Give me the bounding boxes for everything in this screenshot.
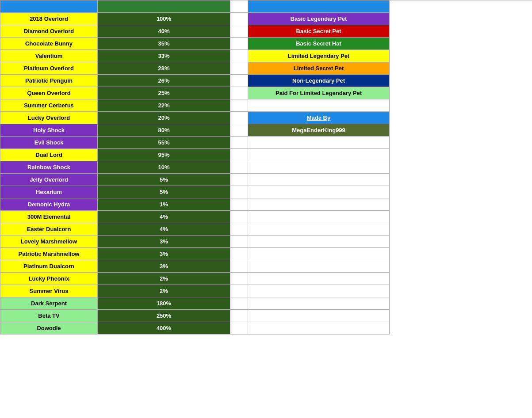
key-item-7 (248, 99, 390, 112)
pet-value-1: 40% (98, 25, 230, 38)
pet-name-23: Dark Serpent (0, 297, 98, 310)
spacer-10 (230, 137, 248, 149)
spacer-22 (230, 285, 248, 297)
key-item-21 (248, 273, 390, 285)
key-item-15 (248, 198, 390, 211)
pet-value-10: 55% (98, 137, 230, 149)
spacer-5 (230, 75, 248, 87)
pet-name-1: Diamond Overlord (0, 25, 98, 38)
pet-name-10: Evil Shock (0, 137, 98, 149)
pet-value-0: 100% (98, 13, 230, 25)
pet-value-4: 28% (98, 62, 230, 75)
pet-value-21: 2% (98, 273, 230, 285)
spacer-19 (230, 248, 248, 260)
pet-value-13: 5% (98, 174, 230, 186)
pet-name-2: Chocolate Bunny (0, 38, 98, 50)
key-item-22 (248, 285, 390, 297)
spacer-24 (230, 310, 248, 322)
pet-value-19: 3% (98, 248, 230, 260)
key-item-17 (248, 223, 390, 236)
pet-value-5: 26% (98, 75, 230, 87)
pet-value-6: 25% (98, 87, 230, 99)
spacer-12 (230, 161, 248, 174)
key-item-24 (248, 310, 390, 322)
pet-name-7: Summer Cerberus (0, 99, 98, 112)
key-item-0: Basic Legendary Pet (248, 13, 390, 25)
key-item-3: Limited Legendary Pet (248, 50, 390, 62)
spacer-header (230, 0, 248, 13)
pet-name-22: Summer Virus (0, 285, 98, 297)
key-item-18 (248, 236, 390, 248)
col1-header (0, 0, 98, 13)
pet-name-11: Dual Lord (0, 149, 98, 161)
spacer-25 (230, 322, 248, 334)
pet-name-16: 300M Elemental (0, 211, 98, 223)
pet-value-8: 20% (98, 112, 230, 124)
pet-name-8: Lucky Overlord (0, 112, 98, 124)
pet-value-17: 4% (98, 223, 230, 236)
key-item-16 (248, 211, 390, 223)
pet-name-4: Platinum Overlord (0, 62, 98, 75)
pet-value-14: 5% (98, 186, 230, 198)
key-item-20 (248, 260, 390, 273)
pet-name-25: Dowodle (0, 322, 98, 334)
pet-name-12: Rainbow Shock (0, 161, 98, 174)
key-item-25 (248, 322, 390, 334)
spacer-8 (230, 112, 248, 124)
pet-name-13: Jelly Overlord (0, 174, 98, 186)
pet-name-9: Holy Shock (0, 124, 98, 137)
key-item-13 (248, 174, 390, 186)
key-item-4: Limited Secret Pet (248, 62, 390, 75)
pet-value-9: 80% (98, 124, 230, 137)
key-item-12 (248, 161, 390, 174)
pet-name-6: Queen Overlord (0, 87, 98, 99)
key-item-19 (248, 248, 390, 260)
spacer-3 (230, 50, 248, 62)
spacer-15 (230, 198, 248, 211)
pet-value-25: 400% (98, 322, 230, 334)
spacer-1 (230, 25, 248, 38)
spacer-9 (230, 124, 248, 137)
pet-value-7: 22% (98, 99, 230, 112)
spacer-6 (230, 87, 248, 99)
key-item-9: MegaEnderKing999 (248, 124, 390, 137)
key-item-5: Non-Legendary Pet (248, 75, 390, 87)
pet-value-12: 10% (98, 161, 230, 174)
pet-name-24: Beta TV (0, 310, 98, 322)
key-item-6: Paid For Limited Legendary Pet (248, 87, 390, 99)
pet-name-15: Demonic Hydra (0, 198, 98, 211)
pet-value-3: 33% (98, 50, 230, 62)
spacer-16 (230, 211, 248, 223)
spacer-14 (230, 186, 248, 198)
key-item-14 (248, 186, 390, 198)
spacer-21 (230, 273, 248, 285)
pet-value-20: 3% (98, 260, 230, 273)
pet-value-22: 2% (98, 285, 230, 297)
pet-value-15: 1% (98, 198, 230, 211)
pet-value-16: 4% (98, 211, 230, 223)
pet-name-20: Platinum Dualcorn (0, 260, 98, 273)
pet-name-17: Easter Dualcorn (0, 223, 98, 236)
key-item-2: Basic Secret Hat (248, 38, 390, 50)
pet-value-2: 35% (98, 38, 230, 50)
pet-name-3: Valentium (0, 50, 98, 62)
pet-value-18: 3% (98, 236, 230, 248)
key-item-23 (248, 297, 390, 310)
pet-name-5: Patriotic Penguin (0, 75, 98, 87)
spacer-2 (230, 38, 248, 50)
pet-value-11: 95% (98, 149, 230, 161)
pet-name-18: Lovely Marshmellow (0, 236, 98, 248)
pet-name-14: Hexarium (0, 186, 98, 198)
spacer-4 (230, 62, 248, 75)
key-item-11 (248, 149, 390, 161)
pet-value-24: 250% (98, 310, 230, 322)
pet-name-19: Patriotic Marshmellow (0, 248, 98, 260)
key-item-1: Basic Secret Pet (248, 25, 390, 38)
pet-name-0: 2018 Overlord (0, 13, 98, 25)
spacer-23 (230, 297, 248, 310)
key-item-10 (248, 137, 390, 149)
key-item-8: Made By (248, 112, 390, 124)
spacer-17 (230, 223, 248, 236)
spacer-13 (230, 174, 248, 186)
key-header (248, 0, 390, 13)
